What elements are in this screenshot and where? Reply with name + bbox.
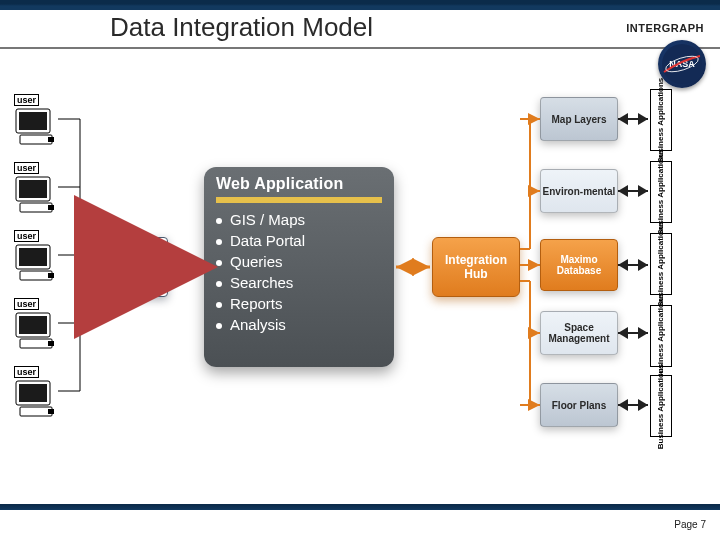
header: Data Integration Model INTERGRAPH [0, 10, 720, 49]
business-applications-box-4: Business Applications [650, 305, 672, 367]
svg-rect-3 [19, 112, 47, 130]
svg-rect-9 [48, 205, 54, 210]
business-applications-box-1: Business Applications [650, 89, 672, 151]
web-application-node: Web Application GIS / Maps Data Portal Q… [204, 167, 394, 367]
svg-rect-11 [19, 248, 47, 266]
user-terminal-4: user [14, 293, 74, 351]
user-label: user [14, 94, 39, 106]
list-item: Data Portal [216, 230, 382, 251]
intergraph-logo-text: INTERGRAPH [626, 22, 704, 34]
computer-icon [14, 379, 58, 419]
page-number: Page 7 [674, 519, 706, 530]
svg-rect-8 [20, 203, 52, 212]
svg-rect-21 [48, 409, 54, 414]
maximo-database-node: Maximo Database [540, 239, 618, 291]
user-label: user [14, 230, 39, 242]
page-title: Data Integration Model [110, 12, 373, 43]
computer-icon [14, 107, 58, 147]
computer-icon [14, 243, 58, 283]
map-layers-node: Map Layers [540, 97, 618, 141]
user-label: user [14, 366, 39, 378]
svg-rect-16 [20, 339, 52, 348]
svg-rect-15 [19, 316, 47, 334]
business-applications-box-2: Business Applications [650, 161, 672, 223]
environmental-node: Environ-mental [540, 169, 618, 213]
list-item: Searches [216, 272, 382, 293]
list-item: GIS / Maps [216, 209, 382, 230]
svg-rect-17 [48, 341, 54, 346]
user-terminal-3: user [14, 225, 74, 283]
svg-rect-7 [19, 180, 47, 198]
integration-hub-node: Integration Hub [432, 237, 520, 297]
svg-rect-4 [20, 135, 52, 144]
intergraph-logo: INTERGRAPH [626, 22, 704, 34]
footer-bar [0, 504, 720, 510]
list-item: Queries [216, 251, 382, 272]
list-item: Analysis [216, 314, 382, 335]
space-management-node: Space Management [540, 311, 618, 355]
user-terminal-2: user [14, 157, 74, 215]
svg-rect-19 [19, 384, 47, 402]
computer-icon [14, 311, 58, 351]
business-applications-box-5: Business Applications [650, 375, 672, 437]
computer-icon [14, 175, 58, 215]
svg-rect-20 [20, 407, 52, 416]
business-applications-box-3: Business Applications [650, 233, 672, 295]
security-module-node: Security Module [96, 237, 168, 297]
svg-rect-12 [20, 271, 52, 280]
user-terminal-1: user [14, 89, 74, 147]
user-label: user [14, 162, 39, 174]
top-bar [0, 0, 720, 10]
svg-rect-13 [48, 273, 54, 278]
web-application-features: GIS / Maps Data Portal Queries Searches … [216, 209, 382, 335]
user-terminal-5: user [14, 361, 74, 419]
diagram-canvas: user user user user user Security Module… [0, 49, 720, 499]
web-application-heading: Web Application [216, 175, 382, 203]
floor-plans-node: Floor Plans [540, 383, 618, 427]
user-label: user [14, 298, 39, 310]
svg-rect-5 [48, 137, 54, 142]
list-item: Reports [216, 293, 382, 314]
